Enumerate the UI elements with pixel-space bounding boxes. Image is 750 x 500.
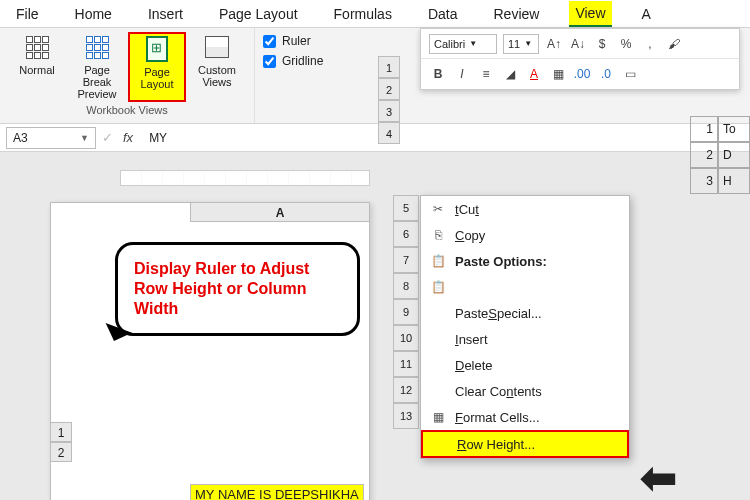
mini-row-2[interactable]: 2 (378, 78, 400, 100)
ruler-check-input[interactable] (263, 35, 276, 48)
tab-pagelayout[interactable]: Page Layout (213, 2, 304, 26)
decrease-font-icon[interactable]: A↓ (569, 37, 587, 51)
rt-1-num: 1 (690, 116, 718, 142)
normal-icon (24, 34, 50, 60)
pagebreak-view-button[interactable]: Page Break Preview (68, 32, 126, 102)
tab-home[interactable]: Home (69, 2, 118, 26)
mini-row-4[interactable]: 4 (378, 122, 400, 144)
row-header-1[interactable]: 1 (50, 422, 72, 442)
mini-toolbar: Calibri▼ 11▼ A↑ A↓ $ % , 🖌 B I ≡ ◢ A ▦ .… (420, 28, 740, 90)
gridlines-label: Gridline (282, 54, 323, 68)
tab-file[interactable]: File (10, 2, 45, 26)
ribbon-tabs: File Home Insert Page Layout Formulas Da… (0, 0, 750, 28)
name-box[interactable]: A3 ▼ (6, 127, 96, 149)
formula-text[interactable]: MY (143, 131, 167, 145)
column-header-a[interactable]: A (190, 202, 370, 222)
ctx-clear[interactable]: Clear ContentsClear Contents (421, 378, 629, 404)
mini-row-headers: 1 2 3 4 (378, 56, 400, 144)
context-menu: ✂t CutCut ⎘CopyCopy 📋Paste Options: 📋 Pa… (420, 195, 630, 459)
row-8[interactable]: 8 (393, 273, 419, 299)
ruler-label: Ruler (282, 34, 311, 48)
ctx-row-height[interactable]: Row Height...Row Height... (421, 430, 629, 458)
worksheet-area: A 1 2 Display Ruler to Adjust Row Height… (0, 152, 750, 500)
decrease-decimal-icon[interactable]: .0 (597, 67, 615, 81)
row-header-2[interactable]: 2 (50, 442, 72, 462)
callout-text: Display Ruler to Adjust Row Height or Co… (134, 260, 309, 317)
font-color-button[interactable]: A (525, 67, 543, 81)
comma-format-icon[interactable]: , (641, 37, 659, 51)
name-box-dropdown-icon[interactable]: ▼ (80, 133, 89, 143)
tab-view[interactable]: View (569, 1, 611, 27)
fx-button[interactable]: fx (113, 130, 143, 145)
workbook-views-group: Normal Page Break Preview Page Layout Cu… (0, 28, 255, 123)
row-headers: 1 2 (50, 422, 72, 462)
ctx-cut[interactable]: ✂t CutCut (421, 196, 629, 222)
fill-color-button[interactable]: ◢ (501, 67, 519, 81)
row-13[interactable]: 13 (393, 403, 419, 429)
ctx-insert[interactable]: InsertInsert (421, 326, 629, 352)
row-10[interactable]: 10 (393, 325, 419, 351)
annotation-arrow: ➡ (640, 452, 677, 500)
gridlines-checkbox[interactable]: Gridline (263, 54, 323, 68)
accounting-format-icon[interactable]: $ (593, 37, 611, 51)
rt-3-num: 3 (690, 168, 718, 194)
borders-button[interactable]: ▦ (549, 67, 567, 81)
merge-button[interactable]: ▭ (621, 67, 639, 81)
row-5[interactable]: 5 (393, 195, 419, 221)
normal-label: Normal (19, 64, 54, 76)
context-row-headers: 5 6 7 8 9 10 11 12 13 (393, 195, 419, 429)
scissors-icon: ✂ (429, 202, 447, 216)
format-painter-icon[interactable]: 🖌 (665, 37, 683, 51)
name-box-value: A3 (13, 131, 28, 145)
tab-extra[interactable]: A (636, 2, 657, 26)
customviews-label: Custom Views (190, 64, 244, 88)
italic-button[interactable]: I (453, 67, 471, 81)
font-size-select[interactable]: 11▼ (503, 34, 539, 54)
ruler-checkbox[interactable]: Ruler (263, 34, 323, 48)
pagelayout-icon (144, 36, 170, 62)
tab-data[interactable]: Data (422, 2, 464, 26)
rt-3-lab: H (718, 168, 750, 194)
pagelayout-label: Page Layout (132, 66, 182, 90)
paste-icon: 📋 (429, 280, 447, 294)
normal-view-button[interactable]: Normal (8, 32, 66, 102)
row-12[interactable]: 12 (393, 377, 419, 403)
tab-review[interactable]: Review (488, 2, 546, 26)
formula-bar: A3 ▼ ✓ fx MY (0, 124, 750, 152)
mini-row-1[interactable]: 1 (378, 56, 400, 78)
ctx-delete[interactable]: DeleteDelete (421, 352, 629, 378)
right-mini-table: 1To 2D 3H (690, 116, 750, 194)
bold-button[interactable]: B (429, 67, 447, 81)
rt-2-num: 2 (690, 142, 718, 168)
increase-font-icon[interactable]: A↑ (545, 37, 563, 51)
align-button[interactable]: ≡ (477, 67, 495, 81)
row-9[interactable]: 9 (393, 299, 419, 325)
right-region: 1 2 3 4 Calibri▼ 11▼ A↑ A↓ $ % , 🖌 B I ≡… (370, 28, 750, 90)
custom-views-button[interactable]: Custom Views (188, 32, 246, 102)
row-11[interactable]: 11 (393, 351, 419, 377)
row-6[interactable]: 6 (393, 221, 419, 247)
tab-formulas[interactable]: Formulas (328, 2, 398, 26)
row-7[interactable]: 7 (393, 247, 419, 273)
increase-decimal-icon[interactable]: .00 (573, 67, 591, 81)
pagebreak-icon (84, 34, 110, 60)
ctx-paste-special[interactable]: Paste Special...Paste Special... (421, 300, 629, 326)
pagelayout-view-button[interactable]: Page Layout (128, 32, 186, 102)
ctx-copy[interactable]: ⎘CopyCopy (421, 222, 629, 248)
workbook-views-label: Workbook Views (86, 104, 168, 116)
copy-icon: ⎘ (429, 228, 447, 242)
percent-format-icon[interactable]: % (617, 37, 635, 51)
rt-1-lab: To (718, 116, 750, 142)
horizontal-ruler[interactable] (120, 170, 370, 186)
ctx-paste-options: 📋Paste Options: (421, 248, 629, 274)
gridlines-check-input[interactable] (263, 55, 276, 68)
ctx-format-cells[interactable]: ▦Format Cells...Format Cells... (421, 404, 629, 430)
mini-row-3[interactable]: 3 (378, 100, 400, 122)
customviews-icon (204, 34, 230, 60)
ctx-paste-icon-row[interactable]: 📋 (421, 274, 629, 300)
font-name-select[interactable]: Calibri▼ (429, 34, 497, 54)
format-cells-icon: ▦ (429, 410, 447, 424)
tab-insert[interactable]: Insert (142, 2, 189, 26)
highlighted-cell[interactable]: MY NAME IS DEEPSHIKHA (190, 484, 364, 500)
clipboard-icon: 📋 (429, 254, 447, 268)
